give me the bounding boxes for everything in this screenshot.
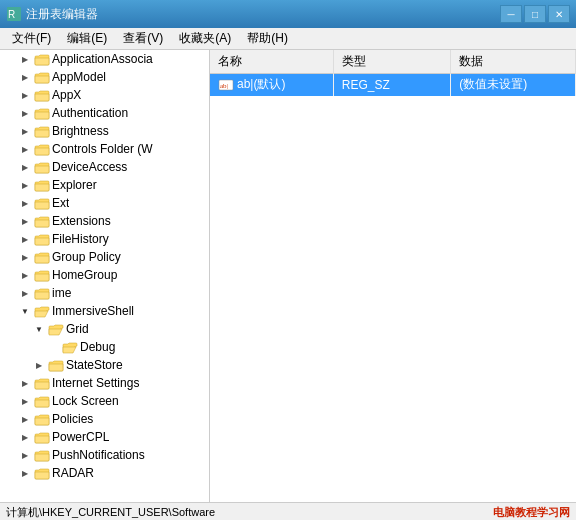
tree-item[interactable]: ▶ Internet Settings [0,374,209,392]
tree-item-label: Internet Settings [52,376,139,390]
tree-item-label: Extensions [52,214,111,228]
folder-icon [48,358,64,372]
folder-icon [48,322,64,336]
tree-expand-arrow[interactable]: ▶ [18,268,32,282]
tree-item-label: Brightness [52,124,109,138]
tree-expand-arrow[interactable]: ▶ [18,160,32,174]
reg-value-icon: ab| ab|(默认) [218,76,285,93]
tree-item[interactable]: ▶ AppX [0,86,209,104]
tree-item[interactable]: ▶ Authentication [0,104,209,122]
tree-item[interactable]: Debug [0,338,209,356]
tree-item[interactable]: ▼ ImmersiveShell [0,302,209,320]
title-bar-controls: ─ □ ✕ [500,5,570,23]
title-text: 注册表编辑器 [26,6,98,23]
tree-item[interactable]: ▶ Ext [0,194,209,212]
app-icon: R [6,6,22,22]
tree-item[interactable]: ▶ Policies [0,410,209,428]
tree-item[interactable]: ▶ Explorer [0,176,209,194]
tree-expand-arrow[interactable]: ▶ [18,178,32,192]
tree-expand-arrow[interactable]: ▶ [18,466,32,480]
minimize-button[interactable]: ─ [500,5,522,23]
tree-item-label: Grid [66,322,89,336]
tree-expand-arrow[interactable]: ▶ [18,232,32,246]
tree-expand-arrow[interactable]: ▶ [18,214,32,228]
menu-edit[interactable]: 编辑(E) [59,28,115,49]
tree-item[interactable]: ▶ FileHistory [0,230,209,248]
menu-file[interactable]: 文件(F) [4,28,59,49]
status-path: 计算机\HKEY_CURRENT_USER\Software [6,505,215,520]
menu-favorites[interactable]: 收藏夹(A) [171,28,239,49]
title-bar: R 注册表编辑器 ─ □ ✕ [0,0,576,28]
tree-expand-arrow[interactable]: ▶ [18,430,32,444]
folder-icon [34,178,50,192]
maximize-button[interactable]: □ [524,5,546,23]
status-bar: 计算机\HKEY_CURRENT_USER\Software 电脑教程学习网 [0,502,576,520]
tree-pane[interactable]: ▶ ApplicationAssocia▶ AppModel▶ AppX▶ Au… [0,50,210,502]
folder-icon [34,124,50,138]
tree-expand-arrow[interactable]: ▶ [32,358,46,372]
tree-item-label: AppModel [52,70,106,84]
tree-item[interactable]: ▶ DeviceAccess [0,158,209,176]
tree-expand-arrow[interactable]: ▶ [18,88,32,102]
folder-icon [34,430,50,444]
tree-expand-arrow[interactable]: ▶ [18,376,32,390]
tree-item-label: Debug [80,340,115,354]
tree-item[interactable]: ▶ ApplicationAssocia [0,50,209,68]
tree-item-label: Controls Folder (W [52,142,153,156]
cell-data: (数值未设置) [451,74,576,96]
folder-icon [34,304,50,318]
tree-item-label: HomeGroup [52,268,117,282]
tree-item-label: RADAR [52,466,94,480]
folder-icon [34,268,50,282]
svg-text:R: R [8,9,15,20]
reg-value-name: ab|(默认) [237,76,285,93]
folder-icon [34,52,50,66]
tree-expand-arrow[interactable]: ▼ [32,322,46,336]
folder-icon [34,232,50,246]
folder-icon [34,466,50,480]
tree-item-label: AppX [52,88,81,102]
tree-item-label: Group Policy [52,250,121,264]
folder-icon [34,196,50,210]
close-button[interactable]: ✕ [548,5,570,23]
tree-item[interactable]: ▶ Extensions [0,212,209,230]
tree-item[interactable]: ▶ HomeGroup [0,266,209,284]
tree-expand-arrow[interactable]: ▶ [18,142,32,156]
tree-expand-arrow[interactable]: ▶ [18,106,32,120]
tree-item[interactable]: ▶ StateStore [0,356,209,374]
tree-expand-arrow[interactable]: ▶ [18,286,32,300]
folder-icon [34,394,50,408]
tree-item[interactable]: ▶ PowerCPL [0,428,209,446]
tree-item[interactable]: ▶ AppModel [0,68,209,86]
tree-expand-arrow[interactable]: ▶ [18,250,32,264]
tree-item-label: ImmersiveShell [52,304,134,318]
tree-item[interactable]: ▶ ime [0,284,209,302]
tree-item[interactable]: ▶ Controls Folder (W [0,140,209,158]
tree-expand-arrow[interactable]: ▶ [18,448,32,462]
tree-item[interactable]: ▶ Lock Screen [0,392,209,410]
title-bar-left: R 注册表编辑器 [6,6,98,23]
tree-expand-arrow[interactable]: ▶ [18,52,32,66]
tree-item[interactable]: ▼ Grid [0,320,209,338]
menu-help[interactable]: 帮助(H) [239,28,296,49]
tree-item-label: PowerCPL [52,430,109,444]
tree-expand-arrow[interactable]: ▶ [18,124,32,138]
folder-icon [34,106,50,120]
tree-item[interactable]: ▶ Group Policy [0,248,209,266]
cell-type: REG_SZ [333,74,450,96]
tree-expand-arrow[interactable]: ▼ [18,304,32,318]
tree-expand-arrow[interactable]: ▶ [18,394,32,408]
col-name: 名称 [210,50,333,74]
tree-expand-arrow[interactable]: ▶ [18,70,32,84]
menu-bar: 文件(F) 编辑(E) 查看(V) 收藏夹(A) 帮助(H) [0,28,576,50]
tree-item[interactable]: ▶ Brightness [0,122,209,140]
tree-item-label: Authentication [52,106,128,120]
folder-icon [34,214,50,228]
main-content: ▶ ApplicationAssocia▶ AppModel▶ AppX▶ Au… [0,50,576,502]
tree-item[interactable]: ▶ PushNotifications [0,446,209,464]
menu-view[interactable]: 查看(V) [115,28,171,49]
tree-item[interactable]: ▶ RADAR [0,464,209,482]
tree-expand-arrow[interactable]: ▶ [18,196,32,210]
table-row[interactable]: ab| ab|(默认) REG_SZ(数值未设置) [210,74,576,96]
tree-expand-arrow[interactable]: ▶ [18,412,32,426]
